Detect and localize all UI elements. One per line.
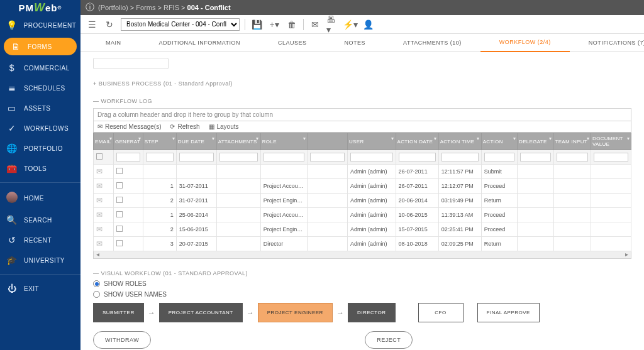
breadcrumb[interactable]: (Portfolio) > Forms > RFIS > 004 - Confl… xyxy=(98,4,231,11)
table-row[interactable]: ✉125-06-2014Project AccountaAdmin (admin… xyxy=(94,208,631,222)
sidebar-item-home[interactable]: HOME xyxy=(0,187,80,210)
refresh-button[interactable]: ⟳ Refresh xyxy=(170,123,199,130)
row-checkbox[interactable] xyxy=(116,168,123,174)
filter-input[interactable] xyxy=(264,153,304,161)
wf-node-submitter[interactable]: SUBMITTER xyxy=(93,303,144,322)
col-step[interactable]: STEP▾ xyxy=(143,133,176,150)
col-role[interactable]: ROLE▾ xyxy=(260,133,307,150)
filter-input[interactable] xyxy=(441,153,479,161)
tab-clauses[interactable]: CLAUSES xyxy=(259,34,326,52)
sidebar-item-tools[interactable]: 🧰TOOLS xyxy=(0,158,80,178)
table-row[interactable]: ✉231-07-2011Project EngineerAdmin (admin… xyxy=(94,194,631,208)
section-business-process[interactable]: + BUSINESS PROCESS (01 - Standard Approv… xyxy=(93,80,631,87)
project-select[interactable]: Boston Medical Center - 004 - Confl xyxy=(121,18,240,31)
tools-icon: 🧰 xyxy=(6,163,18,173)
reject-button[interactable]: REJECT xyxy=(365,331,413,349)
col-action-date[interactable]: ACTION DATE▾ xyxy=(396,133,438,150)
filter-input[interactable] xyxy=(399,153,436,161)
mail-icon[interactable]: ✉ xyxy=(309,18,321,31)
row-mail-icon[interactable]: ✉ xyxy=(96,211,103,219)
tab-attachments-10-[interactable]: ATTACHMENTS (10) xyxy=(384,34,480,52)
row-mail-icon[interactable]: ✉ xyxy=(96,196,103,205)
radio-show-roles[interactable]: SHOW ROLES xyxy=(93,280,631,287)
list-icon[interactable]: ☰ xyxy=(86,18,98,31)
col-due-date[interactable]: DUE DATE▾ xyxy=(176,133,216,150)
sidebar-item-forms[interactable]: 🗎FORMS xyxy=(4,38,77,55)
col-action-time[interactable]: ACTION TIME▾ xyxy=(438,133,481,150)
sidebar-item-portfolio[interactable]: 🌐PORTFOLIO xyxy=(0,138,80,158)
print-icon[interactable]: 🖶▾ xyxy=(326,18,339,31)
table-row[interactable]: ✉215-06-2015Project EngineerAdmin (admin… xyxy=(94,222,631,237)
user-icon[interactable]: 👤 xyxy=(362,18,374,31)
radio-show-users[interactable]: SHOW USER NAMES xyxy=(93,291,631,298)
filter-input[interactable] xyxy=(146,153,174,161)
row-mail-icon[interactable]: ✉ xyxy=(96,167,103,176)
filter-input[interactable] xyxy=(310,153,345,161)
group-hint[interactable]: Drag a column header and drop it here to… xyxy=(93,108,631,121)
horizontal-scrollbar[interactable] xyxy=(93,251,631,259)
row-checkbox[interactable] xyxy=(116,211,123,217)
sidebar-item-procurement[interactable]: 💡PROCUREMENT xyxy=(0,15,80,35)
tab-additional-information[interactable]: ADDITIONAL INFORMATION xyxy=(140,34,260,52)
row-checkbox[interactable] xyxy=(116,197,123,203)
row-mail-icon[interactable]: ✉ xyxy=(96,239,103,248)
history-icon[interactable]: ↻ xyxy=(103,18,116,31)
sidebar-item-university[interactable]: 🎓UNIVERSITY xyxy=(0,250,80,270)
tab-workflow-2-4-[interactable]: WORKFLOW (2/4) xyxy=(480,33,570,52)
grid-toolbar: ✉ Resend Message(s) ⟳ Refresh ▦ Layouts xyxy=(93,121,631,133)
row-checkbox[interactable] xyxy=(116,240,123,246)
row-mail-icon[interactable]: ✉ xyxy=(96,182,103,190)
row-checkbox[interactable] xyxy=(116,182,123,189)
wf-node-pe[interactable]: PROJECT ENGINEER xyxy=(258,303,333,322)
section-visual-workflow[interactable]: — VISUAL WORKFLOW (01 - STANDARD APPROVA… xyxy=(93,270,631,276)
col-user[interactable]: USER▾ xyxy=(348,133,396,150)
resend-button[interactable]: ✉ Resend Message(s) xyxy=(97,123,161,130)
tab-notifications-7-[interactable]: NOTIFICATIONS (7) xyxy=(570,34,644,52)
save-icon[interactable]: 💾 xyxy=(250,18,263,31)
layouts-button[interactable]: ▦ Layouts xyxy=(209,123,239,130)
row-mail-icon[interactable]: ✉ xyxy=(96,225,103,234)
filter-input[interactable] xyxy=(557,153,589,161)
table-row[interactable]: ✉Admin (admin)26-07-201112:11:57 PMSubmi… xyxy=(94,165,631,179)
filter-input[interactable] xyxy=(116,153,140,161)
col-document-value[interactable]: DOCUMENT VALUE▾ xyxy=(591,133,631,150)
col-generat[interactable]: GENERAT▾ xyxy=(113,133,143,150)
tab-main[interactable]: MAIN xyxy=(87,34,140,52)
tab-notes[interactable]: NOTES xyxy=(326,34,385,52)
withdraw-button[interactable]: WITHDRAW xyxy=(93,331,151,349)
wf-node-director[interactable]: DIRECTOR xyxy=(348,303,396,322)
filter-input[interactable] xyxy=(594,153,628,161)
add-icon[interactable]: +▾ xyxy=(268,18,280,31)
wf-node-cfo[interactable]: CFO xyxy=(418,303,464,322)
wf-node-final[interactable]: FINAL APPROVE xyxy=(477,303,540,322)
col-blank[interactable] xyxy=(308,133,348,150)
col-attachments[interactable]: ATTACHMENTS▾ xyxy=(216,133,260,150)
section-workflow-log[interactable]: — WORKFLOW LOG xyxy=(93,98,631,104)
row-checkbox[interactable] xyxy=(116,226,123,232)
wf-node-pa[interactable]: PROJECT ACCOUNTANT xyxy=(159,303,243,322)
sidebar-item-label: TOOLS xyxy=(24,165,47,172)
commercial-icon: $ xyxy=(6,63,18,73)
bolt-icon[interactable]: ⚡▾ xyxy=(344,18,357,31)
filter-input[interactable] xyxy=(179,153,214,161)
select-all-checkbox[interactable] xyxy=(96,153,103,160)
info-icon[interactable]: ⓘ xyxy=(86,2,94,13)
sidebar-item-exit[interactable]: ⏻EXIT xyxy=(0,278,80,298)
table-row[interactable]: ✉131-07-2011Project AccountaAdmin (admin… xyxy=(94,179,631,194)
filter-input[interactable] xyxy=(484,153,514,161)
sidebar-item-schedules[interactable]: ≣SCHEDULES xyxy=(0,78,80,98)
delete-icon[interactable]: 🗑 xyxy=(286,18,298,31)
filter-input[interactable] xyxy=(520,153,550,161)
sidebar-item-workflows[interactable]: ✓WORKFLOWS xyxy=(0,118,80,138)
sidebar-item-search[interactable]: 🔍SEARCH xyxy=(0,210,80,230)
table-row[interactable]: ✉320-07-2015DirectorAdmin (admin)08-10-2… xyxy=(94,237,631,251)
col-action[interactable]: ACTION▾ xyxy=(481,133,517,150)
sidebar-item-assets[interactable]: ▭ASSETS xyxy=(0,98,80,118)
sidebar-item-recent[interactable]: ↺RECENT xyxy=(0,230,80,250)
col-delegate[interactable]: DELEGATE▾ xyxy=(518,133,553,150)
col-email[interactable]: EMAIL▾ xyxy=(94,133,114,150)
filter-input[interactable] xyxy=(219,153,258,161)
filter-input[interactable] xyxy=(350,153,393,161)
sidebar-item-commercial[interactable]: $COMMERCIAL xyxy=(0,58,80,78)
col-team-input[interactable]: TEAM INPUT▾ xyxy=(553,133,591,150)
